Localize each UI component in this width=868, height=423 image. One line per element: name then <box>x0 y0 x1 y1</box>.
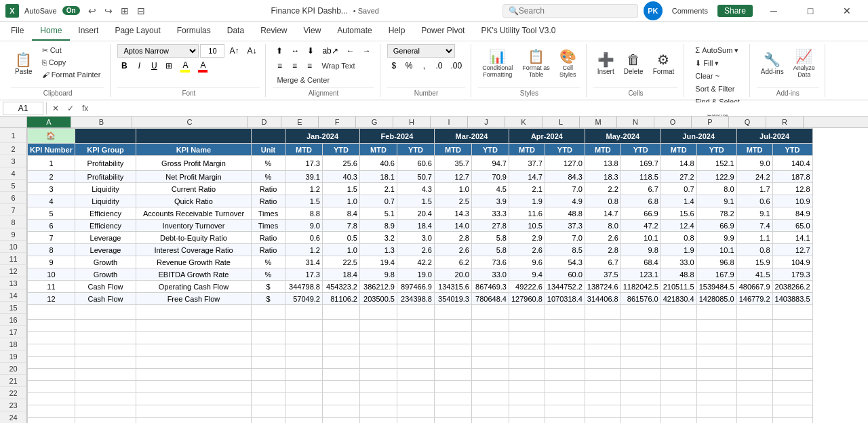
increase-font-button[interactable]: A↑ <box>226 44 242 58</box>
grid-button[interactable]: ⊟ <box>134 4 148 18</box>
col-header-n[interactable]: N <box>617 117 654 127</box>
font-color-button[interactable]: A <box>195 59 211 73</box>
cut-button[interactable]: ✂ Cut <box>38 44 105 56</box>
underline-button[interactable]: U <box>147 59 161 73</box>
search-box[interactable]: 🔍 <box>502 4 638 18</box>
insert-cells-button[interactable]: ➕ Insert <box>593 44 618 83</box>
cell-j2[interactable]: YTD <box>471 144 509 156</box>
row-header-14[interactable]: 14 <box>0 289 27 302</box>
comma-button[interactable]: , <box>417 59 431 73</box>
cell-b2[interactable]: KPI Group <box>75 144 136 156</box>
fill-color-button[interactable]: A <box>177 59 193 73</box>
cell-m2[interactable]: MTD <box>585 144 620 156</box>
align-right-button[interactable]: ≡ <box>302 59 316 73</box>
decimal-increase-button[interactable]: .0 <box>432 59 446 73</box>
row-header-18[interactable]: 18 <box>0 338 27 350</box>
merge-center-button[interactable]: Merge & Center <box>273 74 334 86</box>
share-button[interactable]: Share <box>717 5 753 17</box>
insert-function-button[interactable]: fx <box>79 104 91 113</box>
font-size-input[interactable] <box>200 44 224 58</box>
cell-reference-box[interactable] <box>3 102 43 115</box>
text-orient-button[interactable]: ab↗ <box>319 44 341 58</box>
search-input[interactable] <box>519 6 632 16</box>
clear-button[interactable]: Clear ~ <box>691 70 724 82</box>
cell-n2[interactable]: YTD <box>620 144 660 156</box>
percent-button[interactable]: % <box>402 59 416 73</box>
tab-insert[interactable]: Insert <box>70 22 106 41</box>
maximize-button[interactable]: □ <box>795 0 826 22</box>
align-bottom-button[interactable]: ⬇ <box>304 44 317 58</box>
row-header-7[interactable]: 7 <box>0 204 27 216</box>
cell-i2[interactable]: MTD <box>434 144 471 156</box>
cell-b1[interactable] <box>75 129 136 144</box>
close-button[interactable]: ✕ <box>831 0 863 22</box>
format-painter-button[interactable]: 🖌 Format Painter <box>38 68 105 81</box>
row-header-6[interactable]: 6 <box>0 192 27 204</box>
minimize-button[interactable]: ─ <box>758 0 789 22</box>
tab-data[interactable]: Data <box>219 22 252 41</box>
row-header-10[interactable]: 10 <box>0 241 27 253</box>
tab-pk-utility[interactable]: PK's Utility Tool V3.0 <box>473 22 564 41</box>
cell-e2[interactable]: MTD <box>285 144 322 156</box>
cell-c1[interactable] <box>136 129 251 144</box>
bold-button[interactable]: B <box>117 59 131 73</box>
tab-formulas[interactable]: Formulas <box>169 22 219 41</box>
row-header-5[interactable]: 5 <box>0 180 27 192</box>
col-header-f[interactable]: F <box>319 117 356 127</box>
cell-e1-f1[interactable]: Jan-2024 <box>285 129 359 144</box>
cell-k2[interactable]: MTD <box>509 144 545 156</box>
confirm-formula-button[interactable]: ✓ <box>64 104 77 113</box>
cancel-formula-button[interactable]: ✕ <box>50 104 62 113</box>
user-avatar[interactable]: PK <box>644 1 663 20</box>
cell-c2[interactable]: KPI Name <box>136 144 251 156</box>
indent-increase-button[interactable]: → <box>359 44 374 58</box>
align-top-button[interactable]: ⬆ <box>273 44 286 58</box>
conditional-formatting-button[interactable]: 📊 ConditionalFormatting <box>478 44 517 83</box>
delete-cells-button[interactable]: 🗑 Delete <box>620 44 648 83</box>
number-format-select[interactable]: General <box>387 44 455 58</box>
italic-button[interactable]: I <box>132 59 146 73</box>
wrap-text-button[interactable]: Wrap Text <box>317 60 359 72</box>
col-header-q[interactable]: Q <box>729 117 766 127</box>
col-header-k[interactable]: K <box>505 117 542 127</box>
cell-a1[interactable]: 🏠 <box>28 129 75 144</box>
col-header-h[interactable]: H <box>393 117 431 127</box>
cell-g1-h1[interactable]: Feb-2024 <box>359 129 434 144</box>
col-header-c[interactable]: C <box>132 117 248 127</box>
copy-button[interactable]: ⎘ Copy <box>38 56 105 68</box>
cell-a2[interactable]: KPI Number <box>28 144 75 156</box>
cell-q1-r1[interactable]: Jul-2024 <box>736 129 812 144</box>
cell-styles-button[interactable]: 🎨 CellStyles <box>555 44 580 83</box>
cell-d1[interactable] <box>251 129 285 144</box>
row-header-9[interactable]: 9 <box>0 228 27 241</box>
paste-button[interactable]: 📋 Paste <box>11 44 37 83</box>
align-center-button[interactable]: ≡ <box>288 59 301 73</box>
autosum-button[interactable]: Σ AutoSum ▾ <box>691 44 743 56</box>
font-name-select[interactable]: Aptos Narrow <box>117 44 199 58</box>
cell-g2[interactable]: MTD <box>359 144 397 156</box>
redo-button[interactable]: ↪ <box>102 4 115 18</box>
cell-l2[interactable]: YTD <box>545 144 585 156</box>
tab-help[interactable]: Help <box>380 22 414 41</box>
row-header-11[interactable]: 11 <box>0 253 27 265</box>
row-header-17[interactable]: 17 <box>0 326 27 338</box>
fill-button[interactable]: ⬇ Fill ▾ <box>691 57 723 69</box>
more-button[interactable]: ⊞ <box>118 4 132 18</box>
tab-automate[interactable]: Automate <box>329 22 380 41</box>
col-header-p[interactable]: P <box>692 117 729 127</box>
row-header-12[interactable]: 12 <box>0 265 27 277</box>
row-header-2[interactable]: 2 <box>0 143 27 155</box>
sort-filter-button[interactable]: Sort & Filter <box>691 83 738 95</box>
comments-button[interactable]: Comments <box>668 5 712 17</box>
currency-button[interactable]: $ <box>387 59 401 73</box>
col-header-r[interactable]: R <box>766 117 804 127</box>
format-cells-button[interactable]: ⚙ Format <box>649 44 679 83</box>
row-header-16[interactable]: 16 <box>0 314 27 326</box>
align-middle-button[interactable]: ↔ <box>288 44 302 58</box>
analyze-data-button[interactable]: 📈 AnalyzeData <box>789 44 819 83</box>
col-header-d[interactable]: D <box>248 117 281 127</box>
row-header-21[interactable]: 21 <box>0 375 27 387</box>
cell-q2[interactable]: MTD <box>736 144 772 156</box>
col-header-g[interactable]: G <box>356 117 393 127</box>
decimal-decrease-button[interactable]: .00 <box>447 59 465 73</box>
